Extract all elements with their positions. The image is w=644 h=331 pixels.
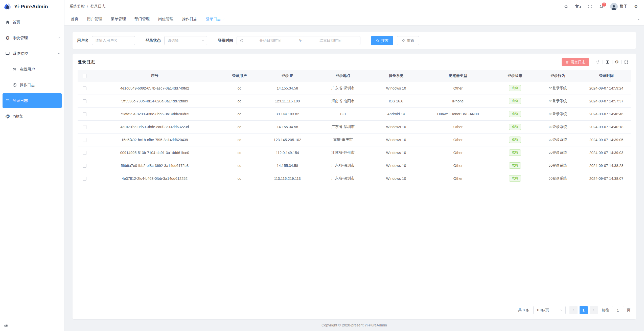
sidebar-item-yi-framework[interactable]: @ Yi框架	[0, 109, 64, 124]
tab-label: 登录日志	[206, 17, 221, 21]
row-checkbox[interactable]	[83, 99, 86, 103]
tab-label: 岗位管理	[158, 17, 173, 21]
tabbar: 首页 用户管理 菜单管理 部门管理 岗位管理 操作日志 登录日志	[64, 13, 644, 26]
at-icon: @	[5, 114, 10, 119]
tab-dept-management[interactable]: 部门管理	[130, 13, 154, 25]
reset-button[interactable]: 重置	[397, 36, 419, 45]
cell-behavior: cc登录系统	[534, 133, 582, 146]
row-checkbox[interactable]	[83, 125, 86, 129]
breadcrumb-item[interactable]: 系统监控	[70, 4, 85, 9]
pagination: 共 8 条 10条/页 1 前往 页	[73, 301, 636, 319]
notifications-button[interactable]: 7	[599, 4, 604, 9]
column-header-time: 登录时间	[582, 70, 631, 82]
clear-logs-button[interactable]: 清空日志	[562, 58, 589, 66]
tab-user-management[interactable]: 用户管理	[83, 13, 106, 25]
search-button-label: 搜索	[381, 38, 388, 43]
app-logo[interactable]: Yi-PureAdmin	[0, 0, 64, 13]
breadcrumb: 系统监控 / 登录日志	[70, 4, 105, 9]
refresh-icon[interactable]	[593, 60, 603, 64]
page-size-select[interactable]: 10条/页	[533, 306, 566, 314]
page-unit-label: 页	[627, 308, 631, 313]
cell-user: cc	[218, 95, 261, 107]
tab-label: 操作日志	[182, 17, 197, 21]
username: 橙子	[620, 4, 627, 9]
tab-close-icon[interactable]	[223, 17, 226, 20]
table-row: 00914995-513b-7104-da91-3a14dd61fce0 cc …	[78, 146, 631, 159]
row-checkbox[interactable]	[83, 86, 86, 90]
cell-location: 河南省-南阳市	[314, 95, 372, 107]
copyright-text: Copyright © 2020-present Yi-PureAdmin	[321, 323, 387, 327]
cell-ip: 39.144.103.82	[261, 107, 314, 120]
cell-location: 0-0	[314, 107, 372, 120]
cell-id: 5ff5536c-738b-4d14-620a-3a14dd72fdd9	[91, 95, 218, 107]
cell-browser: Huawei Honor BVL-AN00	[420, 107, 496, 120]
prev-page-button[interactable]	[569, 306, 578, 314]
row-checkbox[interactable]	[83, 177, 86, 181]
cell-os: iOS 16.6	[372, 95, 420, 107]
end-date-placeholder: 结束日期时间	[304, 38, 357, 43]
row-checkbox[interactable]	[83, 164, 86, 168]
sidebar-item-system-monitor[interactable]: 系统监控	[0, 46, 64, 61]
chevron-down-icon	[201, 39, 204, 42]
page-number-button[interactable]: 1	[580, 306, 588, 314]
tab-home[interactable]: 首页	[66, 13, 83, 25]
fullscreen-icon[interactable]	[588, 4, 592, 9]
density-icon[interactable]	[603, 60, 612, 64]
cell-id: 00914995-513b-7104-da91-3a14dd61fce0	[91, 146, 218, 159]
tab-post-management[interactable]: 岗位管理	[154, 13, 178, 25]
tabbar-more-button[interactable]	[633, 13, 644, 25]
user-menu[interactable]: 橙子	[610, 3, 627, 10]
home-icon	[5, 20, 10, 25]
username-input[interactable]	[92, 36, 135, 45]
sidebar: Yi-PureAdmin 首页 ⚙ 系统管理 系统监控	[0, 0, 64, 331]
login-time-range-picker[interactable]: 开始日期时间 至 结束日期时间	[237, 36, 360, 45]
next-page-button[interactable]	[590, 306, 598, 314]
cell-user: cc	[218, 172, 261, 185]
refresh-icon	[402, 39, 405, 42]
search-button[interactable]: 搜索	[371, 36, 393, 45]
status-badge: 成功	[509, 149, 521, 156]
row-checkbox[interactable]	[83, 138, 86, 142]
tab-label: 首页	[71, 17, 78, 21]
search-icon[interactable]	[564, 4, 568, 9]
sidebar-item-home[interactable]: 首页	[0, 15, 64, 30]
tab-login-log[interactable]: 登录日志	[201, 13, 230, 25]
status-badge: 成功	[509, 124, 521, 130]
cell-user: cc	[218, 82, 261, 95]
sidebar-collapse-button[interactable]	[0, 320, 64, 331]
sidebar-item-online-users[interactable]: 在线用户	[0, 62, 64, 77]
gear-icon[interactable]: ⚙	[634, 4, 638, 9]
pagination-total: 共 8 条	[518, 308, 529, 313]
tab-menu-management[interactable]: 菜单管理	[106, 13, 130, 25]
chevron-down-icon	[57, 36, 61, 40]
footer: Copyright © 2020-present Yi-PureAdmin	[64, 319, 644, 331]
status-badge: 成功	[509, 98, 521, 104]
cell-time: 2024-09-07 14:46:46	[582, 107, 631, 120]
tab-operation-log[interactable]: 操作日志	[178, 13, 201, 25]
search-icon	[376, 39, 379, 42]
cell-behavior: cc登录系统	[534, 95, 582, 107]
cell-id: 4e37ff12-2fc4-b463-0fbb-3a14dd612252	[91, 172, 218, 185]
login-status-select[interactable]: 请选择	[164, 36, 207, 45]
sidebar-item-operation-log[interactable]: 操作日志	[0, 78, 64, 92]
table-row: 4e1d0549-b092-657b-aec7-3a14dd749fd2 cc …	[78, 82, 631, 95]
column-header-id: 序号	[91, 70, 218, 82]
cell-ip: 113.116.219.113	[261, 172, 314, 185]
cell-user: cc	[218, 146, 261, 159]
fullscreen-icon[interactable]	[622, 60, 631, 64]
topbar: 系统监控 / 登录日志 文A 7 橙子	[64, 0, 644, 13]
cell-user: cc	[218, 120, 261, 133]
sidebar-item-system-management[interactable]: ⚙ 系统管理	[0, 31, 64, 45]
select-all-checkbox[interactable]	[83, 74, 86, 78]
table-row: 56b6a7e0-fbb2-ef8c-3692-3a14dd6172b3 cc …	[78, 159, 631, 172]
card-title: 登录日志	[78, 59, 95, 65]
cell-ip: 123.145.205.102	[261, 133, 314, 146]
goto-page-input[interactable]	[612, 306, 624, 314]
row-checkbox[interactable]	[83, 151, 86, 155]
sidebar-item-login-log[interactable]: 登录日志	[3, 93, 62, 108]
translate-icon[interactable]: 文A	[575, 5, 581, 9]
cell-time: 2024-09-07 14:39:03	[582, 146, 631, 159]
sidebar-item-label: 操作日志	[20, 83, 35, 87]
gear-icon[interactable]: ⚙	[612, 60, 621, 64]
row-checkbox[interactable]	[83, 112, 86, 116]
